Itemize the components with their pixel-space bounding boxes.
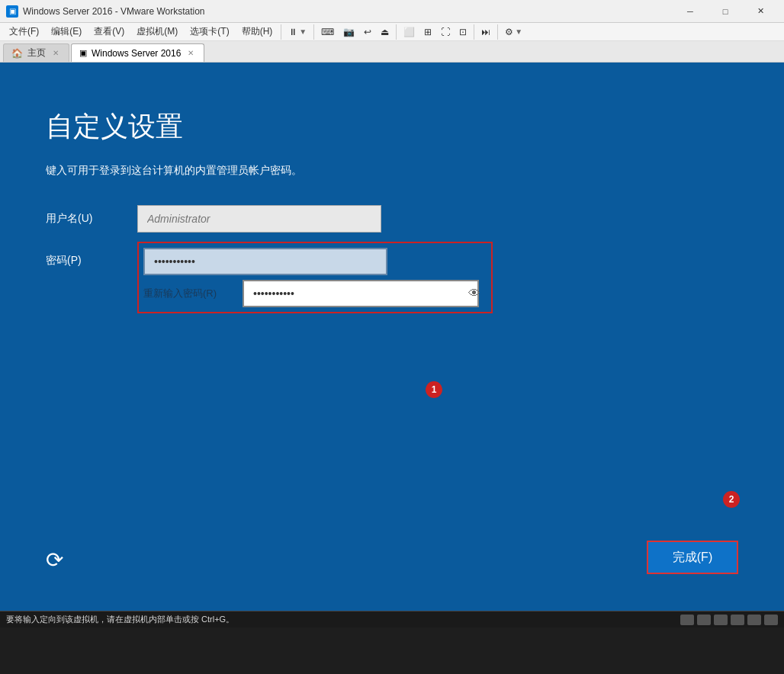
password-group-border: 重新输入密码(R) 👁	[137, 242, 493, 313]
confirm-input-wrapper: 👁	[243, 280, 487, 307]
menu-edit[interactable]: 编辑(E)	[45, 23, 88, 40]
preferences-button[interactable]: ⚙▼	[500, 21, 527, 43]
tab-bar: 🏠 主页 ✕ ▣ Windows Server 2016 ✕	[0, 41, 784, 63]
tab-home[interactable]: 🏠 主页 ✕	[3, 43, 69, 62]
username-row: 用户名(U)	[46, 205, 738, 233]
tab-home-label: 主页	[27, 47, 46, 59]
hdd-icon	[731, 615, 744, 625]
password-input[interactable]	[143, 248, 387, 275]
audio-icon	[697, 615, 711, 625]
tab-windows-server[interactable]: ▣ Windows Server 2016 ✕	[71, 43, 204, 62]
badge-1: 1	[426, 381, 442, 398]
printer-icon	[747, 615, 761, 625]
window-title: Windows Server 2016 - VMware Workstation	[23, 6, 673, 17]
restore-button[interactable]: □	[708, 0, 743, 23]
password-toggle-icon[interactable]: 👁	[468, 287, 480, 300]
status-bar: 要将输入定向到该虚拟机，请在虚拟机内部单击或按 Ctrl+G。	[0, 611, 784, 627]
username-input-wrapper	[137, 205, 381, 233]
tab-home-close[interactable]: ✕	[50, 48, 61, 58]
snapshot-button[interactable]: 📷	[339, 21, 359, 43]
status-text: 要将输入定向到该虚拟机，请在虚拟机内部单击或按 Ctrl+G。	[6, 614, 680, 625]
fit-icon: ⬜	[403, 27, 415, 37]
fit-guest-button[interactable]: ⬜	[399, 21, 419, 43]
menu-bar: 文件(F) 编辑(E) 查看(V) 虚拟机(M) 选项卡(T) 帮助(H) ⏸▼…	[0, 23, 784, 41]
status-icons	[680, 615, 778, 625]
password-section: 密码(P) 重新输入密码(R) 👁	[46, 242, 738, 313]
badge-2: 2	[723, 491, 740, 508]
confirm-input[interactable]	[243, 280, 479, 307]
username-label: 用户名(U)	[46, 212, 137, 226]
confirm-row-inner: 重新输入密码(R) 👁	[143, 280, 487, 307]
toolbar-separator-4	[474, 24, 474, 40]
toolbar-separator-3	[396, 24, 397, 40]
finish-button[interactable]: 完成(F)	[647, 541, 738, 574]
app-icon: ▣	[6, 5, 18, 18]
close-button[interactable]: ✕	[743, 0, 778, 23]
toolbar-separator-5	[497, 24, 498, 40]
gear-icon: ⚙	[505, 27, 513, 37]
menu-tabs[interactable]: 选项卡(T)	[184, 23, 235, 40]
title-bar: ▣ Windows Server 2016 - VMware Workstati…	[0, 0, 784, 23]
pause-button[interactable]: ⏸▼	[284, 21, 311, 43]
unity-button[interactable]: ⊡	[455, 21, 471, 43]
revert-button[interactable]: ↩	[359, 21, 376, 43]
forward-icon: ⏭	[481, 27, 490, 37]
home-icon: 🏠	[11, 48, 23, 59]
unity-icon: ⊡	[459, 27, 467, 37]
send-ctrl-alt-del-button[interactable]: ⌨	[316, 21, 339, 43]
toolbar-separator-1	[281, 24, 281, 40]
tab-vm-icon: ▣	[79, 48, 87, 58]
password-fields: 重新输入密码(R) 👁	[143, 248, 487, 307]
password-label: 密码(P)	[46, 242, 137, 268]
keyboard-icon: ⌨	[321, 27, 334, 37]
revert-icon: ↩	[364, 27, 371, 37]
window-controls: ─ □ ✕	[673, 0, 778, 23]
minimize-button[interactable]: ─	[673, 0, 708, 23]
tab-windows-server-label: Windows Server 2016	[92, 48, 181, 59]
display-icon	[764, 615, 778, 625]
menu-file[interactable]: 文件(F)	[3, 23, 45, 40]
network-icon	[680, 615, 694, 625]
fit-window-button[interactable]: ⊞	[419, 21, 436, 43]
camera-icon: 📷	[343, 27, 355, 37]
setup-title: 自定义设置	[46, 108, 738, 146]
menu-view[interactable]: 查看(V)	[88, 23, 130, 40]
window-fit-icon: ⊞	[424, 27, 432, 37]
username-input[interactable]	[137, 205, 381, 233]
suspend-icon: ⏏	[381, 27, 389, 37]
fullscreen-icon: ⛶	[441, 27, 450, 37]
vm-display[interactable]: 自定义设置 键入可用于登录到这台计算机的内置管理员帐户密码。 用户名(U) 密码…	[0, 63, 784, 611]
setup-screen: 自定义设置 键入可用于登录到这台计算机的内置管理员帐户密码。 用户名(U) 密码…	[0, 63, 784, 611]
tab-windows-server-close[interactable]: ✕	[185, 48, 196, 58]
refresh-icon: ⟳	[46, 547, 63, 573]
menu-help[interactable]: 帮助(H)	[236, 23, 279, 40]
toolbar-separator-2	[313, 24, 314, 40]
pause-icon: ⏸	[288, 27, 297, 37]
fullscreen-button[interactable]: ⛶	[436, 21, 455, 43]
usb-icon	[714, 615, 728, 625]
suspend-button[interactable]: ⏏	[376, 21, 394, 43]
menu-vm[interactable]: 虚拟机(M)	[130, 23, 184, 40]
confirm-label: 重新输入密码(R)	[143, 287, 243, 300]
forward-button[interactable]: ⏭	[477, 21, 495, 43]
password-row-inner	[143, 248, 487, 275]
setup-description: 键入可用于登录到这台计算机的内置管理员帐户密码。	[46, 164, 738, 178]
